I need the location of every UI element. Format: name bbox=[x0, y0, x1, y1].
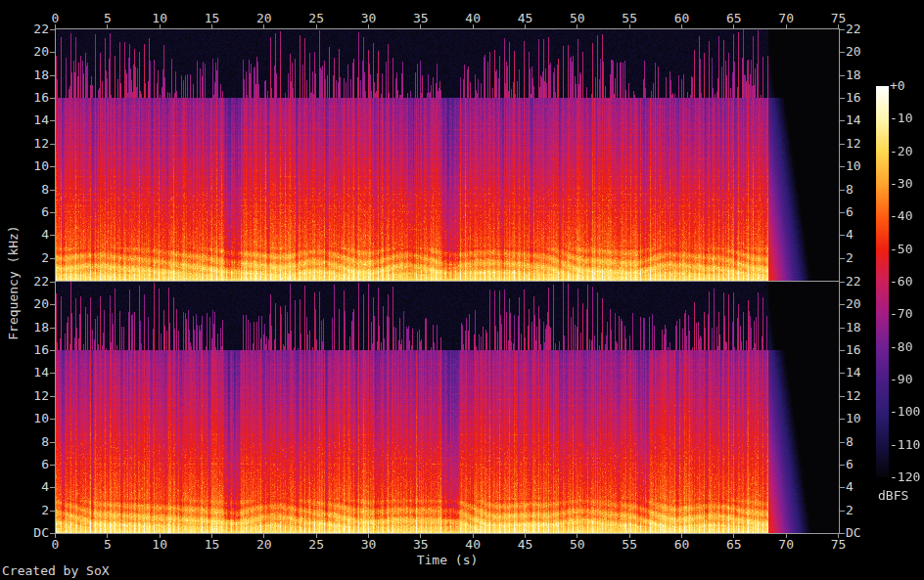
frequency-tick-mark bbox=[50, 75, 55, 76]
time-tick-label: 60 bbox=[674, 538, 690, 551]
frequency-tick-label: 4 bbox=[846, 228, 854, 241]
frequency-tick-mark bbox=[840, 419, 845, 420]
time-tick-label: 55 bbox=[622, 12, 637, 24]
time-tick-label: 30 bbox=[361, 538, 377, 551]
frequency-tick-mark bbox=[50, 258, 55, 259]
frequency-tick-label: 18 bbox=[0, 68, 49, 81]
frequency-tick-mark bbox=[50, 29, 55, 30]
frequency-tick-mark bbox=[840, 350, 845, 351]
frequency-tick-label: 14 bbox=[0, 366, 49, 379]
frequency-tick-label: 6 bbox=[0, 458, 49, 470]
time-tick-label: 20 bbox=[256, 12, 272, 24]
time-tick-label: 15 bbox=[205, 538, 220, 551]
colorbar-tick-label: -50 bbox=[890, 243, 912, 255]
frequency-tick-label: DC bbox=[846, 526, 861, 539]
time-tick-label: 45 bbox=[518, 12, 533, 24]
frequency-tick-mark bbox=[50, 465, 55, 466]
frequency-tick-label: 8 bbox=[846, 435, 854, 448]
time-tick-label: 25 bbox=[308, 12, 324, 24]
frequency-tick-mark bbox=[50, 166, 55, 167]
time-tick-label: 75 bbox=[831, 12, 847, 24]
colorbar-tick-label: -60 bbox=[890, 275, 912, 288]
frequency-tick-mark bbox=[50, 419, 55, 420]
frequency-tick-mark bbox=[840, 487, 845, 488]
spectrogram-panel-channel-2 bbox=[55, 281, 840, 534]
time-tick-label: 25 bbox=[308, 538, 324, 551]
time-tick-label: 55 bbox=[622, 538, 637, 551]
frequency-tick-label: 10 bbox=[0, 159, 49, 172]
colorbar-tick-label: -20 bbox=[890, 145, 912, 157]
time-tick-label: 10 bbox=[152, 12, 167, 24]
frequency-tick-mark bbox=[840, 258, 845, 259]
frequency-tick-mark bbox=[50, 373, 55, 374]
frequency-tick-label: 6 bbox=[846, 458, 854, 470]
time-tick-label: 10 bbox=[152, 538, 167, 551]
time-tick-label: 70 bbox=[778, 538, 794, 551]
frequency-tick-mark bbox=[50, 144, 55, 145]
colorbar-tick-label: -90 bbox=[890, 373, 912, 385]
frequency-tick-label: 12 bbox=[0, 389, 49, 402]
spectrogram-channel-1 bbox=[56, 29, 839, 281]
time-tick-label: 5 bbox=[104, 538, 112, 551]
time-tick-label: 20 bbox=[256, 538, 272, 551]
frequency-tick-label: 14 bbox=[0, 113, 49, 126]
frequency-tick-label: 10 bbox=[0, 412, 49, 424]
frequency-tick-mark bbox=[50, 304, 55, 305]
frequency-tick-label: 18 bbox=[846, 321, 861, 334]
frequency-tick-mark bbox=[840, 29, 845, 30]
colorbar-tick-label: -100 bbox=[890, 405, 920, 418]
time-tick-label: 70 bbox=[778, 12, 794, 24]
frequency-tick-mark bbox=[840, 511, 845, 512]
frequency-tick-label: 16 bbox=[0, 91, 49, 104]
frequency-tick-mark bbox=[50, 350, 55, 351]
frequency-tick-label: 8 bbox=[0, 435, 49, 448]
time-tick-label: 75 bbox=[831, 538, 847, 551]
frequency-tick-mark bbox=[840, 52, 845, 53]
frequency-tick-label: 6 bbox=[846, 205, 854, 218]
time-tick-label: 45 bbox=[518, 538, 533, 551]
time-tick-label: 30 bbox=[361, 12, 377, 24]
frequency-tick-mark bbox=[840, 465, 845, 466]
frequency-tick-label: 8 bbox=[846, 183, 854, 196]
x-axis-title: Time (s) bbox=[389, 554, 506, 566]
frequency-tick-label: 10 bbox=[846, 159, 861, 172]
frequency-tick-label: 20 bbox=[0, 45, 49, 58]
time-tick-label: 50 bbox=[570, 538, 585, 551]
frequency-tick-label: 8 bbox=[0, 183, 49, 196]
frequency-tick-label: 22 bbox=[846, 275, 861, 288]
time-tick-label: 50 bbox=[570, 12, 585, 24]
frequency-tick-mark bbox=[50, 328, 55, 329]
frequency-tick-mark bbox=[840, 373, 845, 374]
frequency-tick-label: 18 bbox=[846, 68, 861, 81]
frequency-tick-label: 12 bbox=[846, 389, 861, 402]
frequency-tick-mark bbox=[840, 328, 845, 329]
frequency-tick-mark bbox=[840, 98, 845, 99]
time-tick-label: 35 bbox=[413, 538, 429, 551]
time-tick-label: 65 bbox=[726, 538, 742, 551]
frequency-tick-mark bbox=[50, 212, 55, 213]
time-tick-label: 40 bbox=[465, 12, 481, 24]
time-tick-label: 0 bbox=[52, 538, 60, 551]
frequency-tick-label: 22 bbox=[846, 22, 861, 35]
colorbar-tick-label: -80 bbox=[890, 340, 912, 353]
frequency-tick-label: 16 bbox=[846, 91, 861, 104]
frequency-tick-label: 12 bbox=[846, 137, 861, 150]
colorbar-title: dBFS bbox=[878, 489, 908, 502]
time-tick-label: 0 bbox=[52, 12, 60, 24]
colorbar-tick-label: -40 bbox=[890, 209, 912, 222]
colorbar-tick-label: -120 bbox=[890, 470, 920, 483]
frequency-tick-mark bbox=[840, 533, 845, 534]
frequency-tick-mark bbox=[50, 282, 55, 283]
time-tick-label: 65 bbox=[726, 12, 742, 24]
colorbar-tick-label: -10 bbox=[890, 112, 912, 124]
frequency-tick-label: 14 bbox=[846, 113, 861, 126]
frequency-tick-label: 2 bbox=[846, 504, 854, 516]
frequency-tick-mark bbox=[50, 396, 55, 397]
frequency-tick-mark bbox=[50, 52, 55, 53]
frequency-tick-mark bbox=[840, 75, 845, 76]
frequency-tick-mark bbox=[840, 144, 845, 145]
frequency-tick-mark bbox=[840, 235, 845, 236]
frequency-tick-mark bbox=[50, 442, 55, 443]
time-tick-label: 5 bbox=[104, 12, 112, 24]
frequency-tick-label: 2 bbox=[0, 504, 49, 516]
